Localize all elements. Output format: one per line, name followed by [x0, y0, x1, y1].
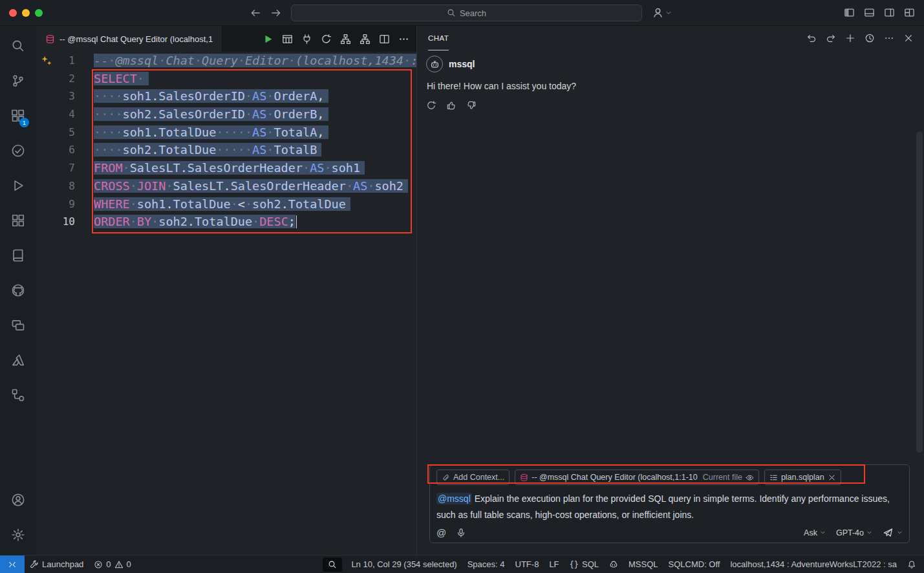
activity-item-github[interactable] [3, 273, 34, 308]
change-connection-button[interactable] [317, 30, 335, 48]
customize-layout-icon[interactable] [904, 7, 915, 18]
toggle-panel-icon[interactable] [864, 7, 875, 18]
badge: 1 [19, 118, 29, 127]
chevron-down-icon [866, 530, 872, 535]
activity-item-account[interactable] [3, 482, 34, 517]
status-launchpad[interactable]: Launchpad [25, 556, 89, 573]
chat-more-button[interactable] [881, 30, 897, 46]
activity-item-settings[interactable] [3, 517, 34, 552]
status-eol[interactable]: LF [544, 556, 564, 573]
mention-button[interactable]: @ [436, 527, 446, 538]
code-line-1[interactable]: --·@mssql·Chat·Query·Editor·(localhost,1… [94, 52, 416, 70]
helpful-button[interactable] [444, 98, 459, 113]
estimated-plan-button[interactable] [336, 30, 354, 48]
enable-actual-plan-button[interactable] [356, 30, 374, 48]
status-sqlcmd[interactable]: SQLCMD: Off [663, 556, 725, 573]
context-row: Add Context...-- @mssql Chat Query Edito… [436, 470, 903, 485]
show-results-button[interactable] [278, 30, 296, 48]
chip-label: -- @mssql Chat Query Editor (localhost,1… [532, 473, 698, 482]
eye-icon[interactable] [746, 473, 754, 482]
tab-chat[interactable]: CHAT [428, 26, 449, 50]
toggle-secondary-sidebar-icon[interactable] [884, 7, 895, 18]
activity-item-app-grid[interactable] [3, 203, 34, 238]
status-notifications[interactable] [902, 556, 921, 573]
code-line-7[interactable]: FROM·SalesLT.SalesOrderHeader·AS·soh1 [94, 159, 416, 177]
split-editor-button[interactable] [375, 30, 393, 48]
status-cursor-position[interactable]: Ln 10, Col 29 (354 selected) [346, 556, 462, 573]
window-minimize-button[interactable] [22, 9, 30, 17]
status-encoding[interactable]: UTF-8 [510, 556, 544, 573]
chat-close-button[interactable] [901, 30, 916, 46]
mention-chip[interactable]: @mssql [436, 493, 472, 504]
mode-selector[interactable]: Ask [804, 528, 826, 537]
text-cursor [296, 215, 297, 228]
activity-item-extensions[interactable]: 1 [3, 98, 34, 133]
chat-conversation: mssql Hi there! How can I assist you tod… [417, 50, 924, 113]
chevron-down-icon [820, 530, 826, 535]
account-menu[interactable] [652, 6, 672, 19]
activity-item-source-control[interactable] [3, 63, 34, 98]
code-line-3[interactable]: ····soh1.SalesOrderID·AS·OrderA, [94, 87, 416, 105]
status-connection[interactable]: localhost,1434 : AdventureWorksLT2022 : … [725, 556, 902, 573]
editor-actions [259, 26, 416, 52]
window-zoom-button[interactable] [35, 9, 43, 17]
status-language-mode[interactable]: {}SQL [564, 556, 604, 573]
regenerate-button[interactable] [424, 98, 439, 113]
chat-new-chat-button[interactable] [843, 30, 858, 46]
add-context[interactable]: Add Context... [436, 470, 510, 485]
code-line-2[interactable]: SELECT· [94, 70, 416, 88]
chip-note: Current file [703, 473, 742, 482]
status-copilot-status[interactable] [604, 556, 623, 573]
activity-item-testing[interactable] [3, 133, 34, 168]
status-search-indicator[interactable] [323, 557, 342, 572]
command-center-search[interactable]: Search [291, 5, 642, 21]
send-button[interactable] [883, 527, 903, 538]
chat-redo-button[interactable] [823, 30, 839, 46]
chat-header: CHAT [417, 26, 924, 50]
scrollbar-thumb[interactable] [916, 131, 923, 453]
activity-item-docs[interactable] [3, 238, 34, 273]
activity-item-run-debug[interactable] [3, 168, 34, 203]
search-icon [447, 8, 456, 17]
mic-icon[interactable] [456, 528, 466, 538]
status-indentation[interactable]: Spaces: 4 [462, 556, 510, 573]
copilot-sparkle-icon[interactable] [41, 55, 52, 67]
model-label: GPT-4o [836, 528, 864, 537]
chat-undo-button[interactable] [804, 30, 819, 46]
connect-button[interactable] [297, 30, 316, 48]
code-line-4[interactable]: ····soh2.SalesOrderID·AS·OrderB, [94, 105, 416, 124]
braces-icon: {} [570, 560, 579, 569]
code-line-10[interactable]: ORDER·BY·soh2.TotalDue·DESC; [94, 213, 416, 231]
chat-input-box[interactable]: Add Context...-- @mssql Chat Query Edito… [429, 464, 910, 543]
activity-item-remote-explorer[interactable] [3, 308, 34, 343]
activity-item-sql-database-projects[interactable] [3, 378, 34, 413]
activity-item-search[interactable] [3, 28, 34, 63]
remove-context-icon[interactable] [828, 473, 836, 482]
code-line-5[interactable]: ····soh1.TotalDue·····AS·TotalA, [94, 124, 416, 142]
activity-item-azure[interactable] [3, 343, 34, 378]
tab-query-editor[interactable]: -- @mssql Chat Query Editor (localhost,1 [36, 26, 222, 52]
toggle-primary-sidebar-icon[interactable] [844, 7, 855, 18]
window-close-button[interactable] [9, 9, 17, 17]
status-problems[interactable]: 00 [89, 556, 136, 573]
more-actions-button[interactable] [394, 30, 413, 48]
context-plan-file[interactable]: plan.sqlplan [764, 470, 841, 485]
nav-back-icon[interactable] [250, 7, 261, 19]
line-number: 7 [36, 159, 94, 177]
status-mssql-provider[interactable]: MSSQL [623, 556, 663, 573]
code-editor[interactable]: 12345678910 --·@mssql·Chat·Query·Editor·… [36, 52, 416, 555]
code-line-8[interactable]: CROSS·JOIN·SalesLT.SalesOrderHeader·AS·s… [94, 177, 416, 195]
chat-history-button[interactable] [862, 30, 877, 46]
nav-forward-icon[interactable] [270, 7, 282, 19]
gutter: 12345678910 [36, 52, 94, 555]
model-selector[interactable]: GPT-4o [836, 528, 872, 537]
line-number: 10 [36, 213, 94, 231]
unhelpful-button[interactable] [464, 98, 479, 113]
message-author: mssql [449, 59, 475, 69]
run-query-button[interactable] [259, 30, 277, 48]
context-current-file[interactable]: -- @mssql Chat Query Editor (localhost,1… [515, 470, 759, 485]
code-line-9[interactable]: WHERE·soh1.TotalDue·<·soh2.TotalDue [94, 195, 416, 213]
status-remote-indicator[interactable] [0, 556, 25, 573]
chat-prompt[interactable]: @mssql Explain the execution plan for th… [436, 491, 903, 523]
code-line-6[interactable]: ····soh2.TotalDue·····AS·TotalB [94, 141, 416, 159]
